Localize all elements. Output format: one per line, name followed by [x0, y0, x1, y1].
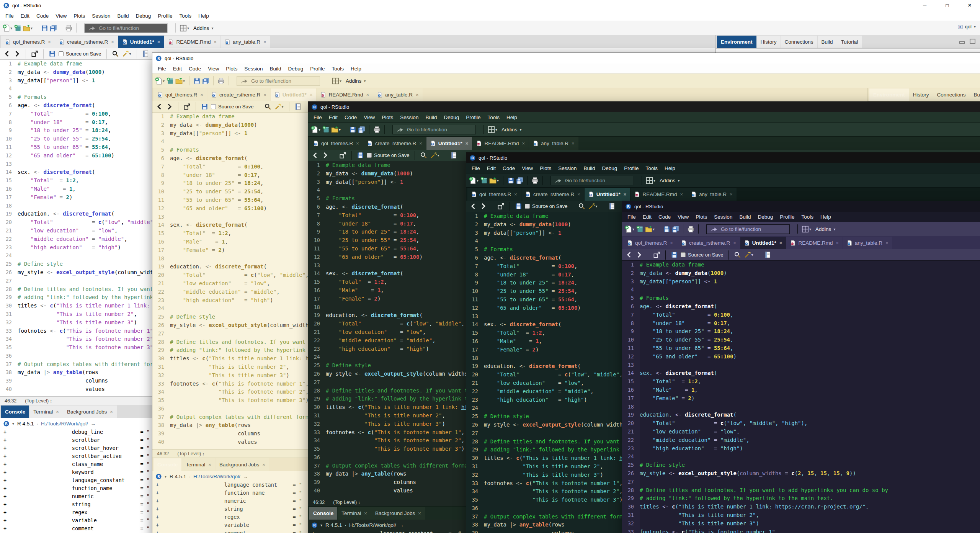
save-button[interactable]	[349, 126, 356, 133]
menu-edit[interactable]: Edit	[325, 114, 341, 120]
panes-layout-button[interactable]: ▾	[332, 77, 342, 85]
compile-report-button[interactable]	[764, 251, 771, 258]
goto-file-input[interactable]: Go to file/function	[706, 224, 790, 234]
goto-file-input[interactable]: Go to file/function	[392, 125, 476, 134]
tab-terminal[interactable]: Terminal×	[182, 458, 215, 471]
menu-tools[interactable]: Tools	[642, 165, 661, 171]
close-icon[interactable]: ×	[885, 240, 889, 246]
tab-background-jobs[interactable]: Background Jobs×	[216, 458, 269, 471]
pane-tab-connections[interactable]: Connections	[781, 36, 817, 48]
goto-file-input[interactable]: Go to file/function	[237, 76, 320, 86]
menu-code[interactable]: Code	[655, 214, 674, 220]
menu-view[interactable]: View	[52, 13, 70, 19]
menu-plots[interactable]: Plots	[692, 214, 710, 220]
code-tools-button[interactable]: ▾	[430, 152, 440, 159]
back-button[interactable]	[470, 203, 477, 210]
forward-button[interactable]	[480, 203, 487, 210]
menu-plots[interactable]: Plots	[536, 165, 555, 171]
working-directory[interactable]: H:/Tools/R/Work/qol/	[349, 522, 396, 528]
tab-create-rstheme-r[interactable]: Rcreate_rstheme.R×	[677, 237, 740, 249]
title-bar[interactable]: Rqol - RStudio	[152, 53, 980, 64]
close-icon[interactable]: ×	[214, 39, 217, 45]
save-source-button[interactable]	[357, 152, 364, 159]
close-icon[interactable]: ×	[730, 191, 733, 197]
tab-console[interactable]: Console	[154, 458, 181, 471]
pane-tab-environment[interactable]: Environment	[869, 88, 909, 101]
search-button[interactable]	[264, 103, 271, 110]
close-icon[interactable]: ×	[733, 240, 736, 246]
code-editor[interactable]: 1# Example data frame2my_data <- dummy_d…	[622, 261, 980, 533]
menu-code[interactable]: Code	[499, 165, 518, 171]
save-source-button[interactable]	[49, 50, 56, 57]
menu-view[interactable]: View	[204, 66, 222, 72]
menu-code[interactable]: Code	[33, 13, 52, 19]
close-icon[interactable]: ×	[836, 240, 839, 246]
tab-readme-rmd[interactable]: RmdREADME.Rmd×	[164, 36, 220, 48]
tab-create-rstheme-r[interactable]: Rcreate_rstheme.R×	[521, 188, 584, 201]
print-button[interactable]	[531, 177, 539, 184]
close-icon[interactable]: ×	[310, 92, 313, 98]
close-icon[interactable]: ×	[572, 141, 575, 146]
pane-tab-build[interactable]: Build	[970, 88, 980, 101]
close-icon[interactable]: ×	[111, 39, 114, 45]
tab-terminal[interactable]: Terminal×	[29, 405, 63, 418]
menu-plots[interactable]: Plots	[70, 13, 88, 19]
tab-qol-themes-r[interactable]: Rqol_themes.R×	[467, 188, 521, 201]
close-icon[interactable]: ×	[680, 191, 683, 197]
print-button[interactable]	[687, 226, 694, 233]
close-icon[interactable]: ×	[48, 39, 51, 45]
source-on-save-checkbox[interactable]	[367, 153, 372, 158]
goto-directory-icon[interactable]: →	[243, 474, 248, 479]
back-button[interactable]	[3, 50, 11, 57]
tab-untitled1-[interactable]: RUntitled1*×	[585, 188, 630, 201]
open-file-button[interactable]: ▾	[489, 177, 499, 184]
save-all-button[interactable]	[516, 177, 523, 184]
code-tools-button[interactable]: ▾	[274, 103, 284, 110]
print-button[interactable]	[373, 126, 381, 133]
goto-file-input[interactable]: Go to file/function	[550, 176, 634, 185]
new-file-button[interactable]: ▾	[311, 126, 321, 133]
new-project-button[interactable]	[322, 126, 330, 133]
close-icon[interactable]: ×	[200, 92, 203, 98]
close-icon[interactable]: ×	[263, 92, 266, 98]
close-icon[interactable]: ×	[56, 409, 59, 415]
menu-profile[interactable]: Profile	[621, 165, 642, 171]
menu-view[interactable]: View	[518, 165, 536, 171]
tab-any-table-r[interactable]: Rany_table.R×	[843, 237, 892, 249]
tab-any-table-r[interactable]: Rany_table.R×	[687, 188, 737, 201]
tab-create-rstheme-r[interactable]: Rcreate_rstheme.R×	[55, 36, 118, 48]
menu-session[interactable]: Session	[88, 13, 114, 19]
menu-profile[interactable]: Profile	[462, 114, 484, 120]
addins-dropdown[interactable]: Addins▾	[815, 226, 836, 232]
close-icon[interactable]: ×	[356, 141, 359, 146]
close-icon[interactable]: ×	[110, 409, 113, 415]
menu-edit[interactable]: Edit	[170, 66, 185, 72]
project-menu[interactable]: Rqol▾	[957, 24, 976, 29]
search-button[interactable]	[112, 50, 119, 57]
tab-any-table-r[interactable]: Rany_table.R×	[221, 36, 270, 48]
goto-directory-icon[interactable]: →	[91, 421, 96, 427]
close-icon[interactable]: ×	[779, 240, 782, 246]
close-icon[interactable]: ×	[466, 141, 469, 146]
popout-button[interactable]	[183, 103, 191, 110]
source-on-save-checkbox[interactable]	[681, 252, 686, 257]
close-icon[interactable]: ×	[364, 510, 367, 516]
close-button[interactable]: ×	[968, 2, 972, 9]
tab-readme-rmd[interactable]: RmdREADME.Rmd×	[317, 88, 373, 101]
pane-tab-environment[interactable]: Environment	[717, 36, 756, 48]
tab-any-table-r[interactable]: Rany_table.R×	[529, 137, 578, 150]
menu-build[interactable]: Build	[114, 13, 132, 19]
pane-tab-build[interactable]: Build	[818, 36, 837, 48]
search-button[interactable]	[578, 203, 585, 210]
close-icon[interactable]: ×	[514, 191, 517, 197]
menu-debug[interactable]: Debug	[440, 114, 462, 120]
save-button[interactable]	[663, 226, 670, 233]
close-icon[interactable]: ×	[577, 191, 580, 197]
menu-file[interactable]: File	[154, 66, 170, 72]
new-file-button[interactable]: ▾	[3, 25, 13, 32]
back-button[interactable]	[626, 251, 633, 258]
pane-tab-history[interactable]: History	[909, 88, 933, 101]
menu-profile[interactable]: Profile	[154, 13, 176, 19]
menu-help[interactable]: Help	[661, 165, 679, 171]
popout-button[interactable]	[31, 50, 38, 57]
